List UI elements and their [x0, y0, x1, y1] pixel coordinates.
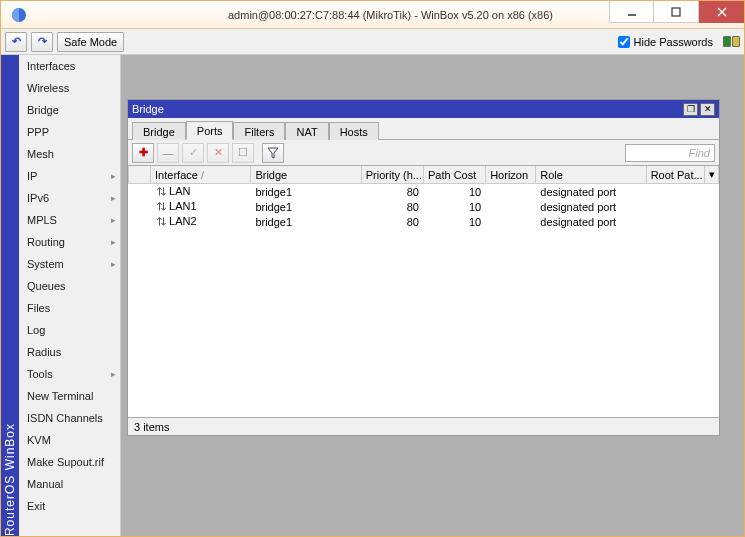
tab-nat[interactable]: NAT	[285, 122, 328, 140]
column-header[interactable]: Priority (h...	[361, 166, 423, 184]
hide-passwords-toggle[interactable]: Hide Passwords	[618, 36, 713, 48]
disable-button[interactable]: ✕	[207, 143, 229, 163]
main-area: RouterOS WinBox InterfacesWirelessBridge…	[1, 55, 744, 536]
column-header[interactable]: Root Pat...	[646, 166, 704, 184]
cell-horizon	[486, 214, 536, 229]
find-input[interactable]: Find	[625, 144, 715, 162]
tab-bridge[interactable]: Bridge	[132, 122, 186, 140]
column-header[interactable]: Role	[536, 166, 646, 184]
svg-rect-2	[672, 8, 680, 16]
submenu-indicator-icon: ▸	[111, 369, 116, 379]
sidebar-item-mpls[interactable]: MPLS▸	[19, 209, 120, 231]
cell-role: designated port	[536, 199, 646, 214]
cell-priority: 80	[361, 184, 423, 200]
sidebar-item-new-terminal[interactable]: New Terminal	[19, 385, 120, 407]
sidebar-item-radius[interactable]: Radius	[19, 341, 120, 363]
column-header[interactable]: Path Cost	[423, 166, 485, 184]
column-header[interactable]: Bridge	[251, 166, 361, 184]
cell-interface: ⇄LAN2	[151, 214, 251, 229]
cell-role: designated port	[536, 184, 646, 200]
cell-empty	[704, 214, 718, 229]
submenu-indicator-icon: ▸	[111, 193, 116, 203]
sidebar-item-system[interactable]: System▸	[19, 253, 120, 275]
grid-header-row[interactable]: Interface /BridgePriority (h...Path Cost…	[129, 166, 719, 184]
sidebar-item-files[interactable]: Files	[19, 297, 120, 319]
bridge-window-titlebar[interactable]: Bridge ❐ ✕	[128, 100, 719, 118]
table-row[interactable]: ⇄LAN1bridge18010designated port	[129, 199, 719, 214]
bridge-window-close-button[interactable]: ✕	[700, 103, 715, 116]
cell-empty	[704, 199, 718, 214]
redo-button[interactable]: ↷	[31, 32, 53, 52]
tab-ports[interactable]: Ports	[186, 121, 234, 140]
tab-filters[interactable]: Filters	[233, 122, 285, 140]
sidebar-item-interfaces[interactable]: Interfaces	[19, 55, 120, 77]
sidebar-item-exit[interactable]: Exit	[19, 495, 120, 517]
cell-interface: ⇄LAN	[151, 184, 251, 200]
item-count: 3 items	[134, 421, 169, 433]
bridge-window: Bridge ❐ ✕ BridgePortsFiltersNATHosts ✚ …	[127, 99, 720, 436]
submenu-indicator-icon: ▸	[111, 215, 116, 225]
sidebar-item-ppp[interactable]: PPP	[19, 121, 120, 143]
interface-icon: ⇄	[155, 186, 168, 198]
cell-role: designated port	[536, 214, 646, 229]
interface-icon: ⇄	[155, 216, 168, 228]
sidebar-item-kvm[interactable]: KVM	[19, 429, 120, 451]
hide-passwords-label: Hide Passwords	[634, 36, 713, 48]
column-header[interactable]: Interface /	[151, 166, 251, 184]
undo-button[interactable]: ↶	[5, 32, 27, 52]
sidebar-item-mesh[interactable]: Mesh	[19, 143, 120, 165]
add-button[interactable]: ✚	[132, 143, 154, 163]
cell-priority: 80	[361, 214, 423, 229]
cell-horizon	[486, 184, 536, 200]
content-area: Bridge ❐ ✕ BridgePortsFiltersNATHosts ✚ …	[121, 55, 744, 536]
sidebar-item-ip[interactable]: IP▸	[19, 165, 120, 187]
submenu-indicator-icon: ▸	[111, 171, 116, 181]
submenu-indicator-icon: ▸	[111, 237, 116, 247]
sidebar-item-routing[interactable]: Routing▸	[19, 231, 120, 253]
sidebar-item-isdn-channels[interactable]: ISDN Channels	[19, 407, 120, 429]
bridge-window-restore-button[interactable]: ❐	[683, 103, 698, 116]
hide-passwords-checkbox[interactable]	[618, 36, 630, 48]
enable-button[interactable]: ✓	[182, 143, 204, 163]
cell-bridge: bridge1	[251, 214, 361, 229]
cell-rootpath	[646, 184, 704, 200]
lock-icon-yellow	[732, 36, 740, 47]
cell-interface: ⇄LAN1	[151, 199, 251, 214]
cell-pathcost: 10	[423, 199, 485, 214]
column-header[interactable]: Horizon	[486, 166, 536, 184]
sidebar-item-wireless[interactable]: Wireless	[19, 77, 120, 99]
column-menu-button[interactable]: ▾	[704, 166, 718, 184]
table-row[interactable]: ⇄LAN2bridge18010designated port	[129, 214, 719, 229]
lock-icon-green	[723, 36, 731, 47]
sidebar-item-log[interactable]: Log	[19, 319, 120, 341]
sidebar-item-queues[interactable]: Queues	[19, 275, 120, 297]
maximize-button[interactable]	[654, 1, 699, 23]
comment-button[interactable]: ☐	[232, 143, 254, 163]
interface-icon: ⇄	[155, 201, 168, 213]
cell-pathcost: 10	[423, 214, 485, 229]
table-row[interactable]: ⇄LANbridge18010designated port	[129, 184, 719, 200]
main-toolbar: ↶ ↷ Safe Mode Hide Passwords	[1, 29, 744, 55]
ports-grid[interactable]: Interface /BridgePriority (h...Path Cost…	[128, 166, 719, 417]
submenu-indicator-icon: ▸	[111, 259, 116, 269]
minimize-button[interactable]	[609, 1, 654, 23]
close-button[interactable]	[699, 1, 744, 23]
safe-mode-button[interactable]: Safe Mode	[57, 32, 124, 52]
sidebar-item-tools[interactable]: Tools▸	[19, 363, 120, 385]
sidebar-item-manual[interactable]: Manual	[19, 473, 120, 495]
cell-horizon	[486, 199, 536, 214]
app-icon	[1, 7, 37, 23]
sidebar: InterfacesWirelessBridgePPPMeshIP▸IPv6▸M…	[19, 55, 121, 536]
cell-empty	[129, 199, 151, 214]
sidebar-item-bridge[interactable]: Bridge	[19, 99, 120, 121]
filter-button[interactable]	[262, 143, 284, 163]
cell-pathcost: 10	[423, 184, 485, 200]
cell-bridge: bridge1	[251, 199, 361, 214]
remove-button[interactable]: —	[157, 143, 179, 163]
lock-icons	[723, 36, 740, 47]
column-header[interactable]	[129, 166, 151, 184]
tab-hosts[interactable]: Hosts	[329, 122, 379, 140]
sidebar-item-make-supout-rif[interactable]: Make Supout.rif	[19, 451, 120, 473]
bridge-toolbar: ✚ — ✓ ✕ ☐ Find	[128, 140, 719, 166]
sidebar-item-ipv6[interactable]: IPv6▸	[19, 187, 120, 209]
